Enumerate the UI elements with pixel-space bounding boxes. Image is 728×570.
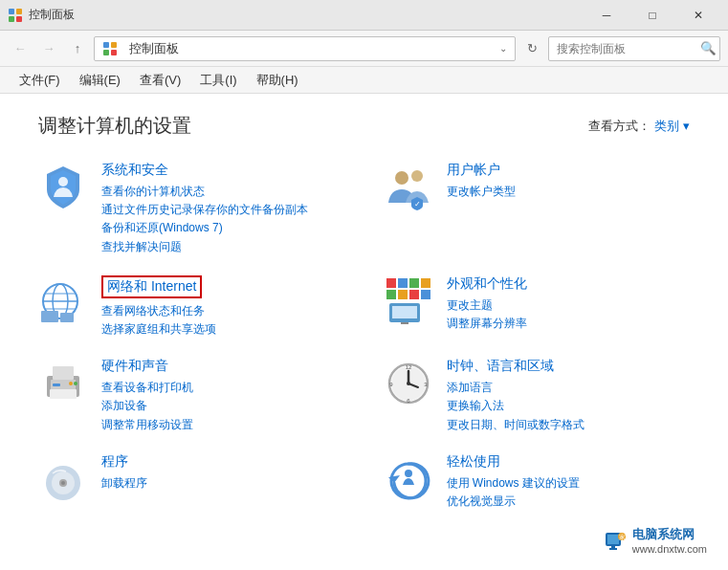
category-ease-of-access: 轻松使用 使用 Windows 建议的设置 优化视觉显示 bbox=[384, 453, 691, 511]
page-title: 调整计算机的设置 bbox=[38, 113, 191, 139]
system-security-link-1[interactable]: 通过文件历史记录保存你的文件备份副本 bbox=[101, 201, 345, 219]
search-button[interactable]: 🔍 bbox=[700, 41, 717, 55]
svg-rect-22 bbox=[421, 278, 430, 288]
page-header: 调整计算机的设置 查看方式： 类别 ▾ bbox=[38, 113, 690, 139]
clock-language-link-1[interactable]: 更换输入法 bbox=[447, 397, 691, 415]
network-internet-content: 网络和 Internet 查看网络状态和任务 选择家庭组和共享选项 bbox=[101, 275, 345, 339]
user-accounts-icon: ✓ bbox=[384, 162, 433, 211]
svg-rect-6 bbox=[103, 50, 109, 55]
address-arrow: ⌄ bbox=[499, 43, 507, 54]
system-security-link-3[interactable]: 查找并解决问题 bbox=[101, 238, 345, 256]
appearance-link-0[interactable]: 更改主题 bbox=[447, 296, 691, 315]
title-bar: 控制面板 ─ □ ✕ bbox=[0, 0, 728, 31]
menu-view[interactable]: 查看(V) bbox=[132, 68, 188, 93]
category-programs: 程序 卸载程序 bbox=[38, 453, 345, 511]
svg-point-10 bbox=[411, 170, 423, 182]
ease-of-access-link-1[interactable]: 优化视觉显示 bbox=[447, 493, 691, 511]
svg-rect-2 bbox=[9, 16, 14, 22]
svg-rect-24 bbox=[398, 290, 408, 299]
svg-rect-28 bbox=[392, 306, 417, 318]
minimize-button[interactable]: ─ bbox=[585, 0, 629, 31]
svg-rect-23 bbox=[386, 290, 396, 299]
svg-rect-19 bbox=[386, 278, 396, 288]
appearance-content: 外观和个性化 更改主题 调整屏幕分辨率 bbox=[447, 275, 691, 333]
svg-rect-18 bbox=[60, 313, 74, 322]
svg-rect-33 bbox=[50, 389, 77, 399]
category-system-security: 系统和安全 查看你的计算机状态 通过文件历史记录保存你的文件备份副本 备份和还原… bbox=[38, 162, 345, 256]
user-accounts-link-0[interactable]: 更改帐户类型 bbox=[447, 183, 691, 201]
svg-point-8 bbox=[58, 177, 68, 186]
menu-tools[interactable]: 工具(I) bbox=[192, 68, 244, 93]
clock-language-title[interactable]: 时钟、语言和区域 bbox=[447, 358, 691, 375]
svg-rect-3 bbox=[16, 16, 22, 22]
back-button[interactable]: ← bbox=[8, 36, 33, 61]
svg-rect-34 bbox=[53, 384, 60, 386]
hardware-sound-title[interactable]: 硬件和声音 bbox=[101, 358, 345, 375]
menu-file[interactable]: 文件(F) bbox=[11, 68, 68, 93]
watermark-brand: 电脑系统网 bbox=[632, 526, 707, 543]
view-mode-label: 查看方式： bbox=[588, 118, 651, 135]
svg-text:✓: ✓ bbox=[413, 200, 420, 208]
user-accounts-content: 用户帐户 更改帐户类型 bbox=[447, 162, 691, 201]
up-button[interactable]: ↑ bbox=[65, 36, 90, 61]
user-accounts-title[interactable]: 用户帐户 bbox=[447, 162, 691, 179]
hardware-sound-link-1[interactable]: 添加设备 bbox=[101, 397, 345, 415]
svg-rect-4 bbox=[103, 42, 109, 48]
address-bar: ← → ↑ 控制面板 ⌄ ↻ 🔍 bbox=[0, 31, 728, 67]
maximize-button[interactable]: □ bbox=[630, 0, 674, 31]
ease-of-access-link-0[interactable]: 使用 Windows 建议的设置 bbox=[447, 474, 691, 493]
programs-link-0[interactable]: 卸载程序 bbox=[101, 474, 345, 493]
menu-help[interactable]: 帮助(H) bbox=[249, 68, 306, 93]
system-security-link-0[interactable]: 查看你的计算机状态 bbox=[101, 183, 345, 201]
view-mode-value[interactable]: 类别 ▾ bbox=[654, 118, 690, 135]
refresh-button[interactable]: ↻ bbox=[519, 36, 544, 61]
network-internet-link-0[interactable]: 查看网络状态和任务 bbox=[101, 302, 345, 320]
search-field[interactable]: 🔍 bbox=[548, 36, 720, 61]
svg-point-49 bbox=[61, 481, 65, 485]
appearance-title[interactable]: 外观和个性化 bbox=[447, 275, 691, 293]
address-path: 控制面板 bbox=[129, 40, 494, 57]
ease-of-access-title[interactable]: 轻松使用 bbox=[447, 453, 691, 471]
address-field[interactable]: 控制面板 ⌄ bbox=[94, 36, 516, 61]
network-internet-title[interactable]: 网络和 Internet bbox=[101, 275, 202, 298]
clock-language-link-2[interactable]: 更改日期、时间或数字格式 bbox=[447, 416, 691, 434]
main-content: 调整计算机的设置 查看方式： 类别 ▾ 系统和安全 查看你的计算机状态 bbox=[0, 94, 728, 570]
hardware-sound-link-0[interactable]: 查看设备和打印机 bbox=[101, 379, 345, 397]
programs-content: 程序 卸载程序 bbox=[101, 453, 345, 493]
hardware-sound-content: 硬件和声音 查看设备和打印机 添加设备 调整常用移动设置 bbox=[101, 358, 345, 434]
svg-rect-54 bbox=[607, 535, 619, 544]
hardware-sound-link-2[interactable]: 调整常用移动设置 bbox=[101, 416, 345, 434]
programs-icon bbox=[38, 453, 88, 503]
clock-language-content: 时钟、语言和区域 添加语言 更换输入法 更改日期、时间或数字格式 bbox=[447, 358, 691, 434]
category-clock-language: 12 3 6 9 时钟、语言和区域 添加语言 更换输入法 更改日期、时间或数字格… bbox=[384, 358, 691, 434]
category-network-internet: 网络和 Internet 查看网络状态和任务 选择家庭组和共享选项 bbox=[38, 275, 345, 339]
watermark-url: www.dnxtw.com bbox=[632, 543, 707, 555]
svg-rect-21 bbox=[409, 278, 419, 288]
svg-rect-5 bbox=[111, 42, 117, 48]
watermark: 家 电脑系统网 www.dnxtw.com bbox=[594, 522, 717, 559]
system-security-link-2[interactable]: 备份和还原(Windows 7) bbox=[101, 219, 345, 237]
clock-language-link-0[interactable]: 添加语言 bbox=[447, 379, 691, 397]
appearance-icon bbox=[384, 275, 433, 325]
category-hardware-sound: 硬件和声音 查看设备和打印机 添加设备 调整常用移动设置 bbox=[38, 358, 345, 434]
title-bar-title: 控制面板 bbox=[29, 7, 585, 23]
forward-button[interactable]: → bbox=[36, 36, 61, 61]
ease-of-access-icon bbox=[384, 453, 433, 503]
categories-grid: 系统和安全 查看你的计算机状态 通过文件历史记录保存你的文件备份副本 备份和还原… bbox=[38, 162, 690, 511]
svg-text:家: 家 bbox=[618, 534, 625, 541]
appearance-link-1[interactable]: 调整屏幕分辨率 bbox=[447, 315, 691, 333]
svg-rect-0 bbox=[9, 9, 14, 14]
menu-edit[interactable]: 编辑(E) bbox=[72, 68, 128, 93]
network-internet-link-1[interactable]: 选择家庭组和共享选项 bbox=[101, 320, 345, 339]
close-button[interactable]: ✕ bbox=[676, 0, 720, 31]
programs-title[interactable]: 程序 bbox=[101, 453, 345, 471]
title-bar-icon bbox=[8, 8, 23, 23]
category-appearance: 外观和个性化 更改主题 调整屏幕分辨率 bbox=[384, 275, 691, 339]
svg-rect-56 bbox=[609, 548, 617, 550]
svg-rect-26 bbox=[421, 290, 430, 299]
svg-point-41 bbox=[407, 382, 410, 385]
system-security-title[interactable]: 系统和安全 bbox=[101, 162, 345, 179]
system-security-content: 系统和安全 查看你的计算机状态 通过文件历史记录保存你的文件备份副本 备份和还原… bbox=[101, 162, 345, 256]
category-user-accounts: ✓ 用户帐户 更改帐户类型 bbox=[384, 162, 691, 256]
search-input[interactable] bbox=[557, 42, 700, 55]
